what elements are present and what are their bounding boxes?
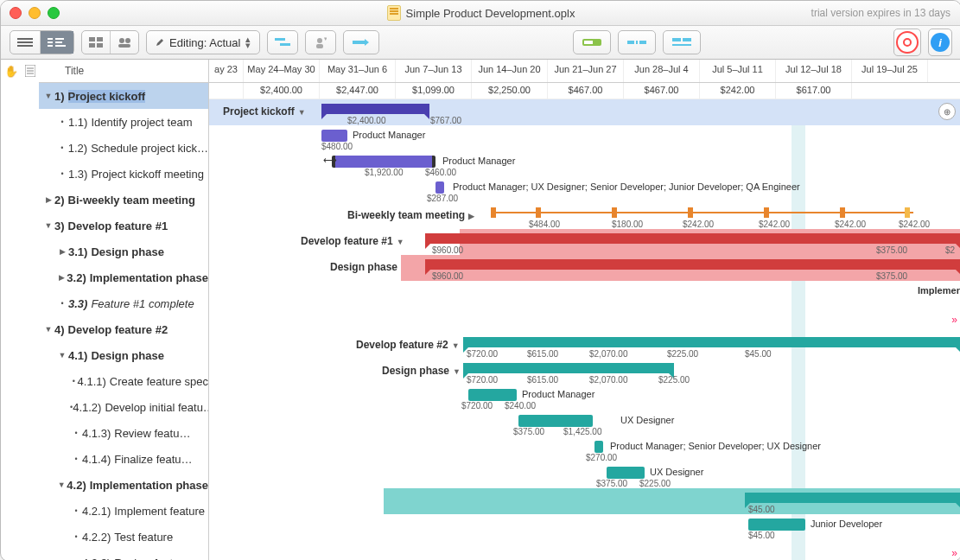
gantt-group-bar[interactable] <box>425 259 960 270</box>
assign-resource-button[interactable]: ▾ <box>305 30 336 54</box>
gantt-task-bar[interactable] <box>748 519 805 531</box>
timeline-header-cell[interactable]: May 24–May 30 <box>244 60 320 82</box>
chevron-down-icon[interactable]: ▼ <box>452 341 460 350</box>
timeline-header-cell[interactable]: Jul 5–Jul 11 <box>700 60 776 82</box>
gantt-row[interactable]: Product Manager$720.00$240.00 <box>209 385 960 410</box>
outline-header[interactable]: Title <box>39 60 208 83</box>
outline-row[interactable]: ▶2) Bi-weekly team meeting <box>39 187 208 213</box>
chevron-down-icon[interactable]: ▼ <box>42 325 54 334</box>
gantt-row[interactable]: Product Manager; UX Designer; Senior Dev… <box>209 177 960 203</box>
outline-row[interactable]: •4.2.1) Implement feature <box>39 498 208 524</box>
gantt-task-bar[interactable]: ⟷ <box>332 156 435 168</box>
meeting-occurrence[interactable] <box>491 207 496 218</box>
outline-row[interactable]: •4.1.2) Develop initial featu… <box>39 394 208 420</box>
gantt-group-bar[interactable] <box>425 233 960 244</box>
outline-row[interactable]: •4.2.2) Test feature <box>39 524 208 550</box>
gantt-task-bar[interactable] <box>607 467 645 479</box>
chevron-down-icon[interactable]: ▼ <box>453 367 461 376</box>
chevron-down-icon[interactable]: ▼ <box>56 480 67 489</box>
chevron-down-icon[interactable]: ▼ <box>56 351 68 360</box>
gantt-row[interactable]: Product Manager$480.00 <box>209 125 960 151</box>
timeline-header-cell[interactable]: Jul 12–Jul 18 <box>776 60 852 82</box>
outline-row[interactable]: •4.1.3) Review featu… <box>39 420 208 446</box>
meeting-occurrence[interactable] <box>612 207 617 218</box>
chevron-right-icon[interactable]: ▶ <box>468 212 474 220</box>
action-segment-1[interactable] <box>267 30 298 54</box>
outline-row[interactable]: ▼4) Develop feature #2 <box>39 316 208 342</box>
timeline-header-cell[interactable]: Jul 19–Jul 25 <box>852 60 928 82</box>
chevron-right-icon[interactable]: ▶ <box>42 195 54 204</box>
timeline-header[interactable]: ay 23May 24–May 30May 31–Jun 6Jun 7–Jun … <box>209 60 960 83</box>
gantt-row[interactable]: » <box>209 540 960 560</box>
gantt-row[interactable]: Implemen <box>209 281 960 307</box>
gantt-row[interactable]: Implementation phase▼$45.00 <box>209 488 960 514</box>
gantt-row[interactable]: Develop feature #2▼$720.00$615.00$2,070.… <box>209 333 960 359</box>
meeting-occurrence[interactable] <box>688 207 693 218</box>
view-mode-segment[interactable] <box>10 30 74 54</box>
chevron-right-icon[interactable]: ▶ <box>56 247 68 256</box>
timeline-header-cell[interactable]: ay 23 <box>209 60 244 82</box>
outline-row[interactable]: •4.1.4) Finalize featu… <box>39 446 208 472</box>
meeting-occurrence[interactable] <box>764 207 769 218</box>
notes-icon[interactable] <box>25 65 35 80</box>
outline-row[interactable]: ▶3.2) Implementation phase <box>39 264 208 290</box>
gantt-group-bar[interactable] <box>321 104 429 114</box>
gantt-group-label[interactable]: Develop feature #1▼ <box>301 235 404 247</box>
outline-row[interactable]: •4.1.1) Create feature spec <box>39 368 208 394</box>
gantt-group-bar[interactable] <box>745 493 960 503</box>
timeline-header-cell[interactable]: Jun 14–Jun 20 <box>472 60 548 82</box>
timeline-header-cell[interactable]: Jun 7–Jun 13 <box>396 60 472 82</box>
gantt-row[interactable]: Bi-weekly team meeting▶$484.00$180.00$24… <box>209 203 960 229</box>
layout-segment[interactable] <box>81 30 139 54</box>
chevron-down-icon[interactable]: ▼ <box>42 92 54 100</box>
hand-icon[interactable]: ✋ <box>4 65 18 80</box>
catch-up-button[interactable] <box>343 30 379 54</box>
chevron-down-icon[interactable]: ▼ <box>397 238 404 246</box>
gantt-group-bar[interactable] <box>463 363 674 373</box>
gantt-row[interactable]: Develop feature #1▼$960.00$375.00$2 <box>209 229 960 255</box>
outline-row[interactable]: ▶3.1) Design phase <box>39 239 208 264</box>
gantt-row[interactable]: ⟷Product Manager$1,920.00$460.00 <box>209 151 960 177</box>
gantt-group-label[interactable]: Bi-weekly team meeting▶ <box>347 209 474 221</box>
gantt-row[interactable]: Design phase▼$960.00$375.00 <box>209 255 960 281</box>
gantt-row[interactable]: » <box>209 307 960 333</box>
reschedule-button[interactable] <box>618 30 656 54</box>
gantt-row[interactable]: Project kickoff▼$2,400.00$767.00 <box>209 99 960 125</box>
chevron-down-icon[interactable]: ▼ <box>42 221 54 230</box>
gantt-row[interactable]: UX Designer$375.00$1,425.00 <box>209 410 960 436</box>
outline-row[interactable]: •1.1) Identify project team <box>39 109 208 135</box>
gantt-row[interactable]: Junior Developer$45.00 <box>209 514 960 540</box>
gantt-task-bar[interactable] <box>594 441 603 453</box>
outline-row[interactable]: •1.2) Schedule project kick… <box>39 135 208 161</box>
gantt-group-label[interactable]: Project kickoff▼ <box>223 105 306 118</box>
gantt-task-bar[interactable] <box>435 181 444 194</box>
chevron-down-icon[interactable]: ▼ <box>298 108 306 117</box>
meeting-occurrence[interactable] <box>840 207 845 218</box>
baseline-button[interactable] <box>573 30 611 54</box>
meeting-occurrence[interactable] <box>905 207 910 218</box>
gantt-group-label[interactable]: Design phase▼ <box>382 365 461 377</box>
gantt-group-label[interactable]: Design phase▼ <box>330 261 409 273</box>
zoom-button[interactable]: ⊕ <box>938 103 956 120</box>
timeline-header-cell[interactable]: May 31–Jun 6 <box>320 60 396 82</box>
layout-compact-button[interactable] <box>82 31 111 54</box>
info-button[interactable]: i <box>928 29 952 56</box>
gantt-group-label[interactable]: Develop feature #2▼ <box>356 339 460 351</box>
level-button[interactable] <box>663 30 701 54</box>
gantt-row[interactable]: Design phase▼$720.00$615.00$2,070.00$225… <box>209 359 960 385</box>
outline-row[interactable]: •1.3) Project kickoff meeting <box>39 161 208 187</box>
layout-people-button[interactable] <box>111 31 138 54</box>
outline-row[interactable]: ▼4.2) Implementation phase <box>39 472 208 498</box>
view-outline-button[interactable] <box>10 31 41 54</box>
gantt-group-bar[interactable] <box>463 337 960 347</box>
gantt-task-bar[interactable] <box>321 130 347 142</box>
indent-task-button[interactable] <box>268 31 297 54</box>
editing-mode-dropdown[interactable]: Editing: Actual ▴▾ <box>146 30 260 54</box>
gantt-task-bar[interactable] <box>468 389 517 401</box>
outline-row[interactable]: ▼1) Project kickoff <box>39 83 208 109</box>
timeline-header-cell[interactable]: Jun 28–Jul 4 <box>624 60 700 82</box>
outline-row[interactable]: ▼3) Develop feature #1 <box>39 213 208 239</box>
outline-row[interactable]: •3.3) Feature #1 complete <box>39 290 208 316</box>
chevron-right-icon[interactable]: ▶ <box>56 273 67 282</box>
outline-row[interactable]: •4.2.3) Review featu… <box>39 550 208 560</box>
